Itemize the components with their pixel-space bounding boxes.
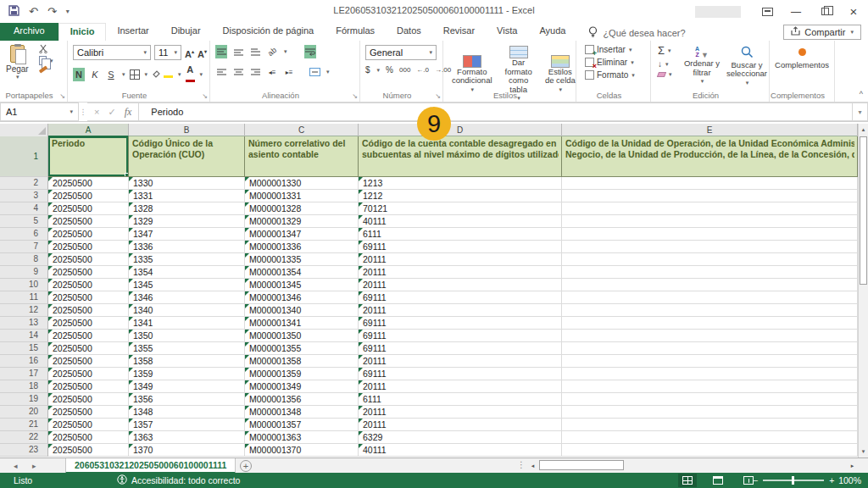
cell-d13[interactable]: 69111 (359, 317, 562, 330)
underline-dropdown-icon[interactable]: ▾ (122, 71, 125, 78)
row-number-4[interactable]: 4 (0, 202, 48, 215)
zoom-percentage[interactable]: 100% (838, 475, 861, 485)
cell-a8[interactable]: 20250500 (48, 253, 129, 266)
cell-b11[interactable]: 1346 (129, 291, 245, 304)
row-number-8[interactable]: 8 (0, 253, 48, 266)
cell-d9[interactable]: 20111 (359, 266, 562, 279)
ribbon-display-options-button[interactable] (753, 1, 782, 23)
cell-a7[interactable]: 20250500 (48, 241, 129, 253)
row-number-18[interactable]: 18 (0, 380, 48, 393)
orientation-button[interactable]: ab (266, 45, 278, 58)
comma-style-button[interactable]: 000 (399, 66, 410, 74)
cell-d12[interactable]: 20111 (359, 304, 562, 317)
zoom-slider-knob[interactable] (792, 476, 794, 485)
cell-d8[interactable]: 20111 (359, 253, 562, 266)
cell-b6[interactable]: 1347 (129, 228, 245, 241)
cell-d4[interactable]: 70121 (359, 202, 562, 215)
tab-disposicion-de-pagina[interactable]: Disposición de página (212, 23, 326, 41)
account-badge[interactable] (695, 6, 741, 18)
cell-d6[interactable]: 6111 (359, 228, 562, 241)
font-name-select[interactable]: Calibri▾ (73, 45, 151, 60)
cell-d23[interactable]: 40111 (359, 444, 562, 457)
column-header-e[interactable]: E (562, 124, 858, 136)
cell-a21[interactable]: 20250500 (48, 419, 129, 431)
cell-e2[interactable] (562, 177, 858, 190)
cell-e8[interactable] (562, 253, 858, 266)
sort-filter-button[interactable]: AZ▼ Ordenar y filtrar ▾ (680, 43, 724, 86)
cell-b13[interactable]: 1341 (129, 317, 245, 330)
tab-revisar[interactable]: Revisar (432, 23, 486, 41)
cell-b22[interactable]: 1363 (129, 431, 245, 444)
cell-a3[interactable]: 20250500 (48, 190, 129, 202)
cell-d3[interactable]: 1212 (359, 190, 562, 202)
vertical-scroll-thumb[interactable] (860, 136, 867, 285)
cell-b14[interactable]: 1350 (129, 330, 245, 342)
tab-dibujar[interactable]: Dibujar (160, 23, 212, 41)
cell-e4[interactable] (562, 202, 858, 215)
borders-dropdown-icon[interactable]: ▾ (145, 71, 148, 78)
cell-b19[interactable]: 1356 (129, 393, 245, 406)
expand-formula-bar-button[interactable]: ▾ (853, 103, 868, 121)
align-top-button[interactable] (215, 45, 227, 58)
cell-e20[interactable] (562, 406, 858, 419)
cell-c19[interactable]: M000001356 (245, 393, 359, 406)
clipboard-dialog-launcher[interactable]: ↘ (59, 92, 65, 100)
cell-e13[interactable] (562, 317, 858, 330)
align-left-button[interactable] (215, 65, 227, 79)
horizontal-scrollbar[interactable]: ◂ ▸ (527, 459, 858, 472)
font-color-dropdown-icon[interactable]: ▾ (200, 71, 203, 78)
cell-b20[interactable]: 1348 (129, 406, 245, 419)
cell-a23[interactable]: 20250500 (48, 444, 129, 457)
header-cell-a1[interactable]: Periodo (48, 136, 129, 177)
cell-a17[interactable]: 20250500 (48, 368, 129, 380)
cell-c14[interactable]: M000001350 (245, 330, 359, 342)
cell-a10[interactable]: 20250500 (48, 279, 129, 291)
cell-d11[interactable]: 69111 (359, 291, 562, 304)
row-number-12[interactable]: 12 (0, 304, 48, 317)
close-button[interactable]: × (839, 1, 868, 23)
orientation-dropdown-icon[interactable]: ▾ (284, 48, 287, 55)
cell-c13[interactable]: M000001341 (245, 317, 359, 330)
cell-a20[interactable]: 20250500 (48, 406, 129, 419)
cell-d5[interactable]: 40111 (359, 215, 562, 228)
italic-button[interactable]: K (89, 68, 101, 81)
cell-d15[interactable]: 69111 (359, 342, 562, 355)
cell-e14[interactable] (562, 330, 858, 342)
row-number-14[interactable]: 14 (0, 330, 48, 342)
cell-d17[interactable]: 69111 (359, 368, 562, 380)
cell-e10[interactable] (562, 279, 858, 291)
tab-insertar[interactable]: Insertar (106, 23, 159, 41)
cell-c22[interactable]: M000001363 (245, 431, 359, 444)
cell-e16[interactable] (562, 355, 858, 368)
new-sheet-button[interactable]: + (240, 460, 252, 472)
cell-a15[interactable]: 20250500 (48, 342, 129, 355)
addins-button[interactable]: Complementos (775, 46, 829, 70)
column-header-c[interactable]: C (245, 124, 359, 136)
cancel-button[interactable]: × (94, 107, 99, 117)
find-select-button[interactable]: Buscar y seleccionar ▾ (726, 43, 768, 87)
page-layout-view-button[interactable] (709, 474, 727, 487)
fill-button[interactable]: ↓▾ (658, 59, 672, 69)
font-size-select[interactable]: 11▾ (154, 45, 181, 60)
scroll-down-arrow[interactable]: ▾ (859, 446, 868, 457)
bold-button[interactable]: N (73, 68, 85, 81)
tab-ayuda[interactable]: Ayuda (528, 23, 576, 41)
row-number-13[interactable]: 13 (0, 317, 48, 330)
cell-e22[interactable] (562, 431, 858, 444)
cell-styles-button[interactable]: Estilos de celda ▾ (545, 53, 576, 95)
cell-a19[interactable]: 20250500 (48, 393, 129, 406)
sheet-tab-active[interactable]: 2060531032120250500060100001111 (65, 458, 236, 474)
scroll-left-arrow[interactable]: ◂ (527, 459, 538, 472)
cell-c17[interactable]: M000001359 (245, 368, 359, 380)
cell-b4[interactable]: 1328 (129, 202, 245, 215)
row-number-1[interactable]: 1 (0, 136, 48, 177)
conditional-formatting-button[interactable]: Formato condicional ▾ (452, 53, 492, 95)
cell-d16[interactable]: 20111 (359, 355, 562, 368)
cell-c2[interactable]: M000001330 (245, 177, 359, 190)
cell-a11[interactable]: 20250500 (48, 291, 129, 304)
cell-b12[interactable]: 1340 (129, 304, 245, 317)
cell-d7[interactable]: 69111 (359, 241, 562, 253)
align-right-button[interactable] (249, 65, 261, 79)
number-dialog-launcher[interactable]: ↘ (435, 92, 441, 100)
paste-button[interactable]: Pegar ▾ (6, 45, 29, 80)
